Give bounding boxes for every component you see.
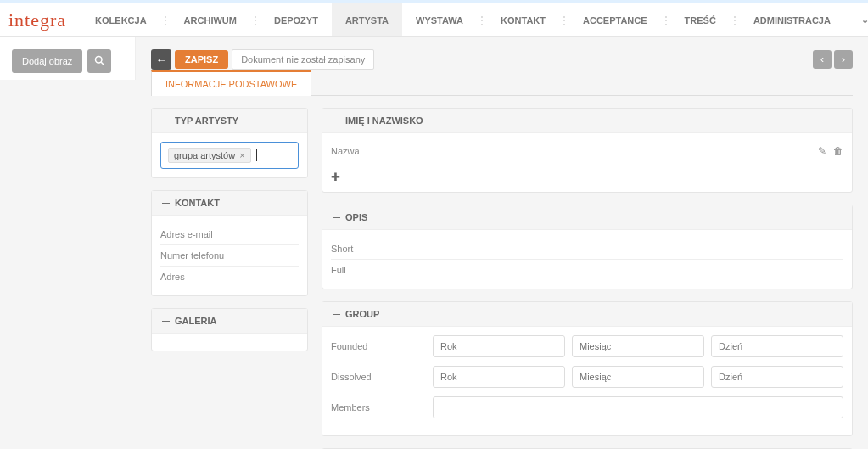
- svg-line-1: [102, 62, 104, 65]
- field-full[interactable]: Full: [331, 260, 843, 280]
- main-nav: KOLEKCJA ⋮ ARCHIWUM ⋮ DEPOZYT ARTYSTA WY…: [81, 3, 844, 36]
- collapse-icon: —: [333, 213, 340, 222]
- dissolved-year-input[interactable]: [433, 366, 565, 388]
- field-short[interactable]: Short: [331, 239, 843, 260]
- collapse-icon: —: [333, 310, 340, 318]
- search-button[interactable]: [87, 49, 111, 73]
- artist-type-input[interactable]: grupa artystów ×: [160, 142, 299, 169]
- back-button[interactable]: ←: [151, 49, 171, 70]
- dissolved-month-input[interactable]: [572, 366, 704, 388]
- collapse-icon: —: [162, 116, 170, 125]
- panel-kontakt: — KONTAKT Adres e-mail Numer telefonu Ad…: [151, 190, 308, 296]
- founded-year-input[interactable]: [433, 335, 565, 357]
- nav-depozyt[interactable]: DEPOZYT: [260, 3, 332, 36]
- svg-point-0: [96, 56, 103, 63]
- panel-header[interactable]: — IMIĘ I NAZWISKO: [322, 109, 852, 133]
- nav-acceptance[interactable]: ACCEPTANCE: [569, 3, 661, 36]
- members-input[interactable]: [433, 396, 843, 418]
- founded-label: Founded: [331, 341, 424, 351]
- pager: ‹ ›: [813, 50, 853, 69]
- prev-button[interactable]: ‹: [813, 50, 832, 69]
- members-label: Members: [331, 402, 424, 413]
- name-label: Nazwa: [331, 146, 818, 156]
- nav-artysta[interactable]: ARTYSTA: [332, 3, 402, 36]
- add-name-button[interactable]: ✚: [331, 171, 340, 183]
- field-email[interactable]: Adres e-mail: [160, 224, 299, 245]
- toolbar: ← ZAPISZ Dokument nie został zapisany ‹ …: [151, 49, 853, 70]
- tab-basic-info[interactable]: INFORMACJE PODSTAWOWE: [151, 70, 311, 96]
- founded-month-input[interactable]: [572, 335, 704, 357]
- panel-title: GROUP: [345, 309, 379, 319]
- collapse-icon: —: [162, 199, 170, 207]
- nav-separator: ⋮: [661, 3, 671, 36]
- search-icon: [94, 55, 104, 68]
- nav-separator: ⋮: [477, 3, 487, 36]
- nav-administracja[interactable]: ADMINISTRACJA: [740, 3, 844, 36]
- next-button[interactable]: ›: [834, 50, 853, 69]
- panel-title: GALERIA: [175, 316, 217, 326]
- save-button[interactable]: ZAPISZ: [175, 50, 228, 69]
- panel-typ-artysty: — TYP ARTYSTY grupa artystów ×: [151, 108, 308, 178]
- text-cursor: [256, 149, 257, 161]
- panel-header[interactable]: — GROUP: [322, 302, 852, 327]
- panel-title: IMIĘ I NAZWISKO: [345, 115, 423, 126]
- chevron-down-icon: ⌄: [861, 14, 868, 25]
- nav-separator: ⋮: [559, 3, 569, 36]
- nav-kolekcja[interactable]: KOLEKCJA: [81, 3, 160, 36]
- nav-archiwum[interactable]: ARCHIWUM: [171, 3, 250, 36]
- sidebar: Dodaj obraz: [0, 37, 136, 80]
- nav-separator: ⋮: [250, 3, 260, 36]
- content: ← ZAPISZ Dokument nie został zapisany ‹ …: [136, 37, 868, 449]
- panel-title: OPIS: [345, 212, 367, 222]
- panel-header[interactable]: — OPIS: [322, 205, 852, 230]
- edit-icon[interactable]: ✎: [818, 145, 826, 157]
- dissolved-day-input[interactable]: [711, 366, 843, 388]
- nav-separator: ⋮: [730, 3, 740, 36]
- field-phone[interactable]: Numer telefonu: [160, 245, 299, 267]
- field-address[interactable]: Adres: [160, 267, 299, 287]
- panel-galeria: — GALERIA: [151, 308, 308, 351]
- panel-opis: — OPIS Short Full: [322, 205, 853, 289]
- panel-title: KONTAKT: [175, 198, 220, 208]
- nav-wystawa[interactable]: WYSTAWA: [402, 3, 477, 36]
- panel-header[interactable]: — KONTAKT: [152, 191, 307, 216]
- panel-header[interactable]: — GALERIA: [152, 309, 307, 334]
- nav-tresc[interactable]: TREŚĆ: [671, 3, 730, 36]
- status-message: Dokument nie został zapisany: [232, 49, 374, 70]
- tag-label: grupa artystów: [174, 150, 235, 160]
- nav-separator: ⋮: [160, 3, 171, 36]
- nav-kontakt[interactable]: KONTAKT: [487, 3, 559, 36]
- logo[interactable]: integra: [0, 9, 81, 31]
- panel-header[interactable]: — TYP ARTYSTY: [152, 109, 307, 133]
- collapse-icon: —: [162, 317, 170, 325]
- arrow-left-icon: ←: [156, 53, 167, 66]
- chevron-left-icon: ‹: [820, 53, 824, 65]
- delete-icon[interactable]: 🗑: [833, 145, 843, 157]
- dissolved-label: Dissolved: [331, 372, 424, 382]
- chevron-right-icon: ›: [842, 53, 845, 65]
- panel-title: TYP ARTYSTY: [175, 115, 238, 126]
- panel-imie-nazwisko: — IMIĘ I NAZWISKO Nazwa ✎ 🗑 ✚: [322, 108, 853, 193]
- tag-remove-icon[interactable]: ×: [239, 150, 244, 160]
- tag: grupa artystów ×: [168, 148, 251, 163]
- add-image-button[interactable]: Dodaj obraz: [12, 49, 82, 73]
- tab-bar: INFORMACJE PODSTAWOWE: [151, 70, 853, 96]
- panel-group: — GROUP Founded Di: [322, 301, 853, 436]
- collapse-icon: —: [333, 116, 340, 125]
- founded-day-input[interactable]: [711, 335, 843, 357]
- header: integra KOLEKCJA ⋮ ARCHIWUM ⋮ DEPOZYT AR…: [0, 3, 868, 37]
- admin-menu[interactable]: ⌄ ADMIN: [844, 14, 868, 25]
